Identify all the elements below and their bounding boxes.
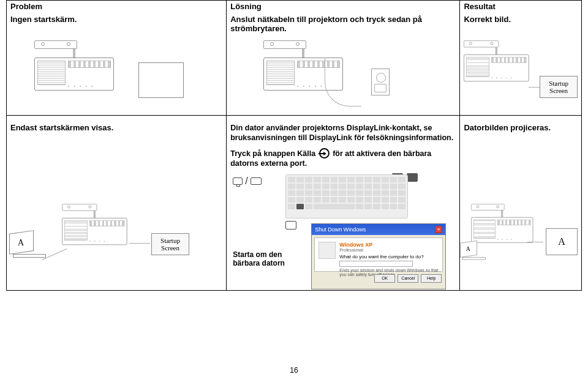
row1-result: Korrekt bild. — [460, 12, 581, 35]
row1-solution: Anslut nätkabeln till projektorn och try… — [227, 12, 460, 35]
startup-screen-label: Startup Screen — [540, 76, 578, 98]
windows-logo-icon — [318, 242, 336, 259]
power-cable-icon — [325, 58, 361, 106]
header-result: Resultat — [460, 1, 581, 12]
blank-screen-icon — [138, 62, 184, 98]
row1-images: ● ● ● ● ● ● ● ● ● ● ● ● ● ● ● Startup Sc… — [7, 35, 581, 115]
header-problem: Problem — [7, 1, 227, 12]
row2-problem: Endast startskärmen visas. — [7, 116, 227, 171]
dialog-brand: Windows XP — [339, 242, 372, 248]
laptop-a-icon: A — [9, 232, 52, 259]
startup-screen-label-2: Startup Screen — [151, 233, 189, 255]
row2-solution-line2: Tryck på knappen Källa för att aktivera … — [230, 148, 456, 169]
row1-solution-figure: ● ● ● ● ● — [227, 35, 460, 115]
row2-problem-figure: A ● ● ● ● Startup Screen — [7, 171, 227, 290]
press-source-text-a: Tryck på knappen Källa — [230, 149, 315, 158]
row2-result-figure: ● ● ● ● A A — [460, 171, 581, 290]
header-solution: Lösning — [227, 1, 460, 12]
page-number: 16 — [290, 366, 298, 375]
laptop-letter-2: A — [466, 246, 470, 253]
troubleshooting-table: Problem Lösning Resultat Ingen startskär… — [6, 0, 582, 291]
row2-solution: Din dator använder projektorns DisplayLi… — [227, 116, 460, 171]
row2-solution-line1: Din dator använder projektorns DisplayLi… — [230, 123, 456, 143]
display-toggle-icons: / — [233, 176, 261, 187]
dialog-edition: Professional — [339, 248, 439, 252]
shutdown-dialog: Shut Down Windows × Windows XP Professio… — [311, 223, 446, 289]
row1-text: Ingen startskärm. Anslut nätkabeln till … — [7, 12, 581, 35]
projected-letter: A — [558, 236, 565, 247]
restart-caption: Starta om den bärbara datorn — [233, 250, 300, 268]
row1-problem-figure: ● ● ● ● ● — [7, 35, 227, 115]
row1-problem: Ingen startskärm. — [7, 12, 227, 35]
dialog-title-text: Shut Down Windows — [315, 226, 366, 233]
row2-result: Datorbilden projiceras. — [460, 116, 581, 171]
source-button-icon — [319, 148, 330, 159]
laptop-icon — [251, 177, 262, 185]
monitor-icon — [233, 177, 243, 185]
row2-text: Endast startskärmen visas. Din dator anv… — [7, 115, 581, 171]
dialog-help-button: Help — [421, 274, 442, 283]
laptop-letter: A — [18, 238, 24, 248]
keyboard-icon — [285, 174, 408, 218]
dialog-ok-button: OK — [374, 274, 395, 283]
dialog-close-icon: × — [435, 226, 442, 233]
row2-images: A ● ● ● ● Startup Screen / — [7, 171, 581, 290]
wall-outlet-icon — [371, 69, 390, 95]
row1-result-figure: ● ● ● ● ● Startup Screen — [460, 35, 581, 115]
projected-a-screen: A — [546, 228, 578, 255]
laptop-a-icon-2: A — [460, 242, 490, 261]
spacebar-hint-icon — [285, 221, 296, 230]
dialog-cancel-button: Cancel — [398, 274, 418, 283]
slash-separator: / — [245, 176, 247, 187]
row2-solution-figure: / Starta om den bärbara datorn Shut Do — [227, 171, 460, 290]
dialog-question: What do you want the computer to do? — [339, 254, 439, 259]
table-header-row: Problem Lösning Resultat — [7, 0, 581, 12]
